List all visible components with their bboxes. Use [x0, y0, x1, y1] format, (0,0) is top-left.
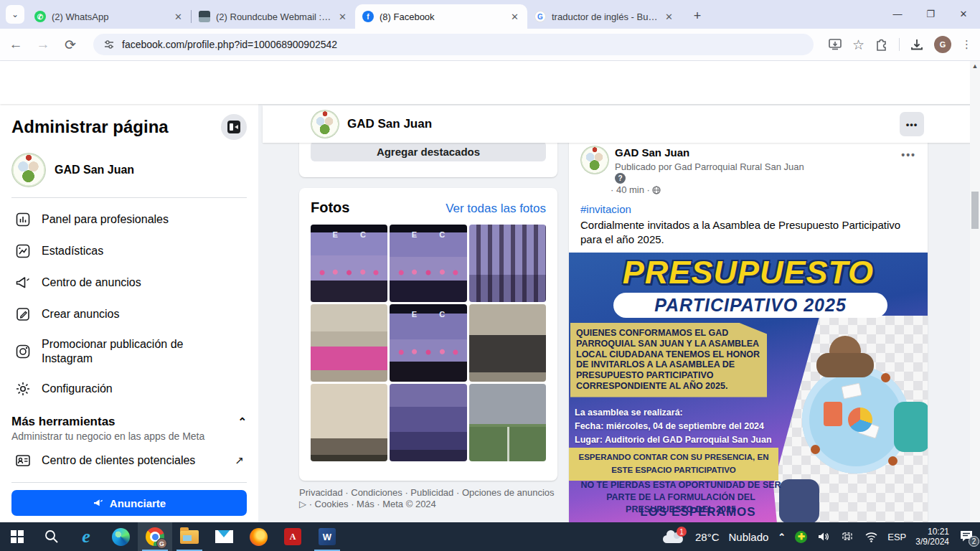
person-shoulders-graphic	[816, 353, 874, 377]
sidebar-page-row[interactable]: GAD San Juan	[11, 153, 247, 187]
post-author-name[interactable]: GAD San Juan	[615, 146, 689, 159]
browser-menu-icon[interactable]: ⋮	[961, 38, 973, 51]
globe-icon	[652, 186, 661, 194]
poster-title: PRESUPUESTO	[569, 254, 928, 291]
close-button[interactable]: ✕	[947, 0, 980, 27]
photo-thumbnail[interactable]	[469, 384, 546, 461]
wifi-icon[interactable]	[864, 529, 878, 544]
tab-close-button[interactable]: ✕	[509, 11, 520, 22]
reload-button[interactable]: ⟳	[62, 37, 79, 53]
antivirus-tray-icon[interactable]: ✚	[795, 531, 807, 543]
dashboard-icon	[14, 211, 32, 228]
start-button[interactable]	[0, 522, 34, 551]
extensions-icon[interactable]	[875, 37, 889, 52]
install-icon[interactable]	[828, 37, 842, 52]
sidebar-item-create-ads[interactable]: Crear anuncios	[11, 298, 247, 330]
photo-thumbnail[interactable]	[390, 384, 466, 461]
photo-thumbnail[interactable]: E C	[311, 225, 387, 302]
post-author-avatar[interactable]	[580, 146, 609, 174]
tab-close-button[interactable]: ✕	[664, 11, 674, 22]
weather-temperature[interactable]: 28°C	[695, 531, 720, 543]
page-more-button[interactable]: •••	[900, 112, 924, 136]
action-center-button[interactable]: 2	[958, 529, 976, 545]
weather-widget[interactable]: 1	[663, 529, 684, 545]
taskbar-word[interactable]: W	[310, 522, 344, 551]
taskbar-mail[interactable]	[207, 522, 241, 551]
sidebar-item-ads-center[interactable]: Centro de anuncios	[11, 267, 247, 298]
taskbar-internet-explorer[interactable]: e	[69, 522, 103, 551]
photo-thumbnail[interactable]	[469, 304, 546, 382]
taskbar-search-button[interactable]	[34, 522, 69, 551]
address-bar[interactable]: facebook.com/profile.php?id=100068900902…	[93, 34, 814, 55]
divider	[11, 197, 247, 198]
scroll-up-arrow[interactable]: ▲	[970, 62, 980, 70]
footer-links-line1[interactable]: Privacidad · Condiciones · Publicidad · …	[299, 487, 557, 499]
sidebar-item-professional-dashboard[interactable]: Panel para profesionales	[11, 204, 247, 235]
page-scrollbar[interactable]: ▲	[970, 61, 980, 522]
tab-close-button[interactable]: ✕	[337, 11, 348, 22]
new-tab-button[interactable]: +	[687, 6, 707, 26]
restore-button[interactable]: ❐	[914, 0, 947, 27]
taskbar-file-explorer[interactable]	[172, 522, 207, 551]
back-button[interactable]: ←	[7, 37, 24, 52]
sidebar-item-label: Promocionar publicación de Instagram	[42, 337, 221, 366]
add-featured-button[interactable]: Agregar destacados	[311, 141, 546, 161]
sidebar-item-boost-instagram[interactable]: Promocionar publicación de Instagram	[11, 330, 247, 373]
divider	[11, 482, 247, 483]
admin-sidebar: Administrar página GAD San Juan Panel pa…	[0, 104, 258, 522]
photo-thumbnail[interactable]	[311, 384, 387, 461]
leads-icon	[14, 452, 32, 469]
language-indicator[interactable]: ESP	[887, 532, 906, 542]
taskbar-edge[interactable]	[103, 522, 138, 551]
site-settings-icon[interactable]	[103, 39, 115, 50]
see-all-photos-link[interactable]: Ver todas las fotos	[446, 202, 546, 216]
help-badge-icon[interactable]: ?	[615, 173, 626, 184]
tab-roundcube[interactable]: (2) Roundcube Webmail :: Entra ✕	[192, 4, 355, 29]
toolbar-actions: ☆ G ⋮	[828, 36, 973, 53]
weather-description[interactable]: Nublado	[728, 531, 768, 543]
poster-farewell-text: LOS ESPERAMOS	[605, 505, 791, 519]
sidebar-item-leads-center[interactable]: Centro de clientes potenciales ↗	[11, 442, 247, 478]
browser-profile-avatar[interactable]: G	[934, 36, 951, 53]
tab-search-button[interactable]: ⌄	[6, 5, 24, 24]
tray-chevron-up-icon[interactable]: ⌃	[778, 532, 786, 542]
volume-icon[interactable]	[816, 529, 831, 544]
downloads-icon[interactable]	[910, 37, 924, 52]
photos-title: Fotos	[311, 199, 349, 216]
sidebar-item-settings[interactable]: Configuración	[11, 373, 247, 405]
sidebar-item-insights[interactable]: Estadísticas	[11, 235, 247, 267]
minimize-button[interactable]: —	[881, 0, 914, 27]
forward-button[interactable]: →	[34, 37, 52, 52]
post-timestamp[interactable]: · 40 min ·	[611, 184, 661, 195]
tab-google-search[interactable]: G traductor de inglés - Buscar co ✕	[527, 4, 682, 29]
photo-thumbnail[interactable]	[469, 225, 546, 302]
advertise-button[interactable]: Anunciarte	[11, 490, 247, 516]
collapse-sidebar-button[interactable]	[221, 114, 247, 140]
footer-links-line2[interactable]: ▷ · Cookies · Más · Meta © 2024	[299, 499, 557, 510]
photo-thumbnail[interactable]	[311, 304, 387, 382]
tab-whatsapp[interactable]: ✆ (2) WhatsApp ✕	[27, 4, 191, 29]
mail-icon	[215, 530, 233, 543]
page-avatar[interactable]	[311, 110, 339, 138]
tab-facebook-active[interactable]: f (8) Facebook ✕	[355, 4, 527, 29]
post-image-presupuesto-poster[interactable]: PRESUPUESTO PARTICIPATIVO 2025 QUIENES C…	[569, 253, 928, 551]
photo-thumbnail[interactable]: E C	[390, 304, 466, 382]
post-hashtag-link[interactable]: #invitacion	[580, 203, 631, 215]
page-avatar	[11, 153, 46, 187]
photos-card: Fotos Ver todas las fotos E C E C E C	[299, 188, 557, 481]
taskbar-acrobat[interactable]: A	[275, 522, 310, 551]
sidebar-item-label: Crear anuncios	[42, 307, 120, 321]
post-more-button[interactable]: •••	[901, 149, 916, 161]
scrollbar-thumb[interactable]	[971, 192, 979, 229]
tab-close-button[interactable]: ✕	[173, 11, 184, 22]
taskbar-firefox[interactable]	[241, 522, 275, 551]
taskbar-chrome-active[interactable]: G	[138, 522, 172, 551]
url-text[interactable]: facebook.com/profile.php?id=100068900902…	[122, 39, 337, 50]
stage-backdrop-letters: E C	[390, 230, 466, 239]
taskbar-clock[interactable]: 10:21 3/9/2024	[915, 527, 949, 547]
more-tools-header[interactable]: Más herramientas ⌃	[11, 415, 247, 429]
sidebar-item-label: Panel para profesionales	[42, 212, 169, 227]
bookmark-star-icon[interactable]: ☆	[852, 37, 864, 53]
photo-thumbnail[interactable]: E C	[390, 225, 466, 302]
display-cast-icon[interactable]	[840, 529, 854, 544]
